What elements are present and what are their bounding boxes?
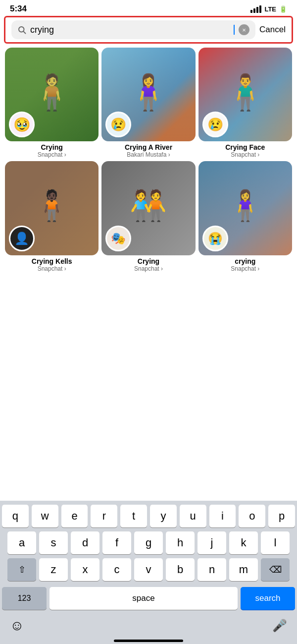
key-b[interactable]: b	[166, 558, 195, 581]
text-cursor	[234, 25, 235, 35]
filter-card-crying[interactable]: 🧍 🥹 Crying Snapchat	[5, 48, 99, 158]
key-f[interactable]: f	[102, 531, 131, 554]
key-i[interactable]: i	[209, 505, 236, 527]
filter-card-crying-3[interactable]: 🧍‍♀️ 😭 crying Snapchat	[198, 161, 292, 272]
status-bar: 5:34 LTE 🔋	[0, 0, 297, 16]
filter-badge-3: 😢	[202, 112, 228, 137]
filter-name-3: Crying Face	[225, 143, 265, 151]
keyboard-rows: q w e r t y u i o p a s d f g h j k l ⇧ …	[0, 501, 297, 587]
filter-badge-6: 😭	[202, 226, 228, 251]
key-z[interactable]: z	[39, 558, 68, 581]
backspace-key[interactable]: ⌫	[261, 558, 290, 581]
clear-button[interactable]: ×	[239, 24, 249, 35]
key-a[interactable]: a	[7, 531, 36, 554]
filter-card-crying-2[interactable]: 🧑‍🤝‍🧑 🎭 Crying Snapchat	[101, 161, 195, 272]
filter-name-1: Crying	[41, 143, 62, 151]
lte-label: LTE	[264, 5, 276, 13]
filter-card-crying-face[interactable]: 🧍‍♂️ 😢 Crying Face Snapchat	[198, 48, 292, 158]
home-indicator	[114, 640, 183, 642]
key-o[interactable]: o	[239, 505, 265, 527]
filter-name-2: Crying A River	[125, 143, 172, 151]
key-t[interactable]: t	[120, 505, 147, 527]
shift-key[interactable]: ⇧	[7, 558, 36, 581]
keyboard-bottom-row: 123 space search	[0, 587, 297, 613]
status-time: 5:34	[10, 4, 27, 14]
key-q[interactable]: q	[2, 505, 29, 527]
filter-thumb-3: 🧍‍♂️ 😢	[198, 48, 292, 141]
signal-icon	[250, 5, 261, 13]
status-icons: LTE 🔋	[250, 5, 287, 13]
search-input-wrapper[interactable]: crying ×	[11, 20, 255, 39]
key-u[interactable]: u	[180, 505, 206, 527]
key-x[interactable]: x	[71, 558, 99, 581]
key-c[interactable]: c	[102, 558, 131, 581]
filter-thumb-2: 🧍‍♀️ 😢	[101, 48, 195, 141]
filter-thumb-1: 🧍 🥹	[5, 48, 99, 141]
filter-thumb-5: 🧑‍🤝‍🧑 🎭	[101, 161, 195, 255]
key-r[interactable]: r	[91, 505, 117, 527]
cancel-button[interactable]: Cancel	[259, 25, 286, 35]
filter-badge-4: 👤	[9, 226, 35, 251]
key-s[interactable]: s	[39, 531, 68, 554]
keyboard-row-3: ⇧ z x c v b n m ⌫	[2, 558, 295, 581]
keyboard: q w e r t y u i o p a s d f g h j k l ⇧ …	[0, 501, 297, 644]
filter-name-4: Crying Kells	[32, 257, 72, 265]
filter-author-1: Snapchat	[38, 151, 66, 158]
key-l[interactable]: l	[261, 531, 290, 554]
key-k[interactable]: k	[229, 531, 258, 554]
filters-grid: 🧍 🥹 Crying Snapchat 🧍‍♀️ 😢 Crying A Rive…	[0, 48, 297, 272]
key-h[interactable]: h	[166, 531, 195, 554]
search-icon	[17, 25, 26, 34]
search-query: crying	[30, 25, 230, 35]
filter-author-4: Snapchat	[38, 265, 66, 272]
key-e[interactable]: e	[61, 505, 88, 527]
filter-badge-5: 🎭	[105, 226, 131, 251]
key-n[interactable]: n	[198, 558, 226, 581]
filter-name-6: crying	[235, 257, 255, 265]
battery-icon: 🔋	[279, 5, 287, 13]
key-m[interactable]: m	[229, 558, 258, 581]
filter-card-crying-kells[interactable]: 🧍🏿 👤 Crying Kells Snapchat	[5, 161, 99, 272]
filter-author-2: Bakari Mustafa	[127, 151, 170, 158]
svg-line-1	[23, 31, 25, 33]
filter-author-6: Snapchat	[231, 265, 259, 272]
keyboard-row-2: a s d f g h j k l	[2, 531, 295, 554]
filter-author-3: Snapchat	[231, 151, 259, 158]
filter-thumb-6: 🧍‍♀️ 😭	[198, 161, 292, 255]
filter-card-crying-river[interactable]: 🧍‍♀️ 😢 Crying A River Bakari Mustafa	[101, 48, 195, 158]
key-d[interactable]: d	[71, 531, 99, 554]
space-key[interactable]: space	[50, 587, 238, 610]
filter-thumb-4: 🧍🏿 👤	[5, 161, 99, 255]
key-j[interactable]: j	[198, 531, 226, 554]
key-v[interactable]: v	[134, 558, 163, 581]
emoji-button[interactable]: ☺	[10, 618, 24, 634]
search-key[interactable]: search	[241, 587, 295, 610]
filter-name-5: Crying	[138, 257, 159, 265]
keyboard-toolbar: ☺ 🎤	[0, 613, 297, 637]
search-bar: crying × Cancel	[4, 16, 293, 44]
microphone-button[interactable]: 🎤	[272, 619, 287, 633]
filter-author-5: Snapchat	[134, 265, 163, 272]
numbers-key[interactable]: 123	[2, 587, 47, 610]
key-p[interactable]: p	[268, 505, 295, 527]
keyboard-row-1: q w e r t y u i o p	[2, 505, 295, 527]
key-y[interactable]: y	[150, 505, 177, 527]
filter-badge-1: 🥹	[9, 112, 35, 137]
key-g[interactable]: g	[134, 531, 163, 554]
key-w[interactable]: w	[32, 505, 58, 527]
